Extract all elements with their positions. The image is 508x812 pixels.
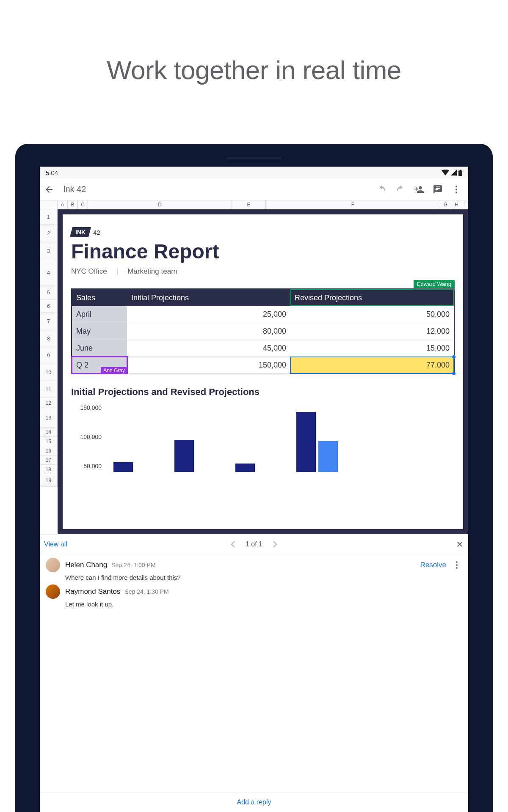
column-header[interactable]: G [440, 200, 451, 209]
projections-chart: 150,000 100,000 50,000 [71, 404, 455, 472]
sheet-canvas[interactable]: INK 42 Finance Report NYC Office | Marke… [58, 209, 468, 534]
toolbar-actions [377, 184, 464, 195]
row-header[interactable]: 1 [40, 209, 57, 225]
row-label[interactable]: May [72, 323, 127, 340]
pager-label: 1 of 1 [246, 540, 262, 548]
logo-row: INK 42 [71, 227, 455, 237]
column-header[interactable]: E [232, 200, 266, 209]
column-header[interactable]: B [68, 200, 78, 209]
back-icon[interactable] [44, 184, 54, 195]
column-header[interactable]: A [58, 200, 68, 209]
comment-thread: Helen Chang Sep 24, 1:00 PM Resolve Wher… [40, 554, 468, 614]
bar-initial [235, 464, 255, 472]
status-icons [442, 170, 462, 176]
resolve-button[interactable]: Resolve [420, 561, 446, 569]
comment-text: Let me look it up. [65, 601, 462, 608]
svg-point-7 [456, 567, 458, 569]
chart-bars [103, 404, 455, 472]
row-label[interactable]: June [72, 340, 127, 357]
chevron-right-icon[interactable] [271, 538, 280, 550]
row-header[interactable]: 4 [40, 260, 57, 285]
row-header[interactable]: 8 [40, 330, 57, 347]
header-revised[interactable]: Revised Projections [290, 289, 454, 306]
avatar [46, 558, 60, 572]
row-header[interactable]: 7 [40, 313, 57, 330]
selected-cell[interactable]: 77,000 [290, 357, 454, 373]
subtitle-office: NYC Office [71, 267, 107, 276]
tablet-frame: 5:04 lnk 42 [15, 144, 493, 812]
cell-initial[interactable]: 150,000 [127, 357, 290, 373]
bar-initial [174, 440, 194, 472]
row-header[interactable]: 2 [40, 225, 57, 242]
row-label[interactable]: April [72, 306, 127, 323]
status-bar: 5:04 [40, 167, 468, 178]
cell-initial[interactable]: 25,000 [127, 306, 290, 323]
cell-initial[interactable]: 80,000 [127, 323, 290, 340]
column-header[interactable]: D [88, 200, 232, 209]
redo-icon[interactable] [395, 184, 406, 195]
row-header[interactable]: 3 [40, 242, 57, 260]
comment-text: Where can I find more details about this… [65, 574, 462, 581]
clock-label: 5:04 [46, 169, 58, 176]
table-row: June 45,000 15,000 [72, 340, 454, 357]
view-all-link[interactable]: View all [44, 540, 67, 548]
row-header[interactable]: 11 [40, 381, 57, 398]
collab-tag-edward: Edward Wang [414, 280, 455, 288]
battery-icon [458, 170, 462, 176]
report-title: Finance Report [71, 240, 455, 263]
hero-headline: Work together in real time [0, 55, 508, 85]
comment-author: Helen Chang [65, 561, 107, 569]
add-person-icon[interactable] [414, 184, 424, 195]
cell-initial[interactable]: 45,000 [127, 340, 290, 357]
row-header[interactable]: 18 [40, 465, 57, 474]
svg-rect-1 [460, 170, 461, 171]
table-row: May 80,000 12,000 [72, 323, 454, 340]
svg-point-4 [456, 192, 457, 193]
row-header[interactable]: 15 [40, 437, 57, 446]
cell-revised[interactable]: 12,000 [290, 323, 454, 340]
comment-navbar: View all 1 of 1 [40, 535, 468, 554]
cell-revised[interactable]: 15,000 [290, 340, 454, 357]
chevron-left-icon[interactable] [228, 538, 237, 550]
svg-point-5 [456, 561, 458, 563]
table-header-row: Sales Initial Projections Revised Projec… [72, 289, 454, 306]
row-label-q2[interactable]: Q 2 Ann Gray [72, 357, 127, 373]
table-row: Q 2 Ann Gray 150,000 77,000 [72, 357, 454, 374]
comment-timestamp: Sep 24, 1:30 PM [124, 588, 168, 595]
row-header[interactable]: 9 [40, 347, 57, 364]
comment-author: Raymond Santos [65, 587, 120, 596]
collab-tag-ann: Ann Gray [101, 367, 127, 374]
column-header[interactable]: I [462, 200, 468, 209]
row-header[interactable]: 12 [40, 398, 57, 408]
column-headers: A B C D E F G H I [40, 200, 468, 209]
table-row: April 25,000 50,000 [72, 306, 454, 323]
row-header[interactable]: 5 [40, 285, 57, 300]
row-header[interactable]: 16 [40, 446, 57, 455]
comment-more-icon[interactable] [451, 560, 462, 570]
row-header[interactable]: 13 [40, 408, 57, 428]
cell-revised[interactable]: 50,000 [290, 306, 454, 323]
sales-table: Edward Wang Sales Initial Projections Re… [71, 288, 455, 374]
close-icon[interactable] [456, 540, 464, 549]
column-header[interactable]: F [266, 200, 440, 209]
undo-icon[interactable] [377, 184, 387, 195]
row-header[interactable]: 10 [40, 364, 57, 381]
column-header[interactable]: C [78, 200, 88, 209]
bar-group [174, 440, 216, 472]
y-tick: 50,000 [71, 463, 102, 469]
y-tick: 100,000 [71, 433, 102, 440]
logo-number: 42 [93, 229, 100, 236]
row-header[interactable]: 14 [40, 428, 57, 437]
app-toolbar: lnk 42 [40, 178, 468, 200]
column-header[interactable]: H [451, 200, 462, 209]
add-reply-button[interactable]: Add a reply [40, 792, 468, 812]
wifi-icon [442, 170, 449, 176]
comment-icon[interactable] [433, 184, 443, 195]
row-header[interactable]: 6 [40, 300, 57, 313]
row-header[interactable]: 17 [40, 455, 57, 465]
header-sales: Sales [72, 289, 127, 306]
doc-title-bar[interactable]: lnk 42 [64, 184, 373, 194]
row-header[interactable]: 19 [40, 474, 57, 487]
bar-group [296, 412, 338, 472]
more-icon[interactable] [451, 184, 461, 195]
